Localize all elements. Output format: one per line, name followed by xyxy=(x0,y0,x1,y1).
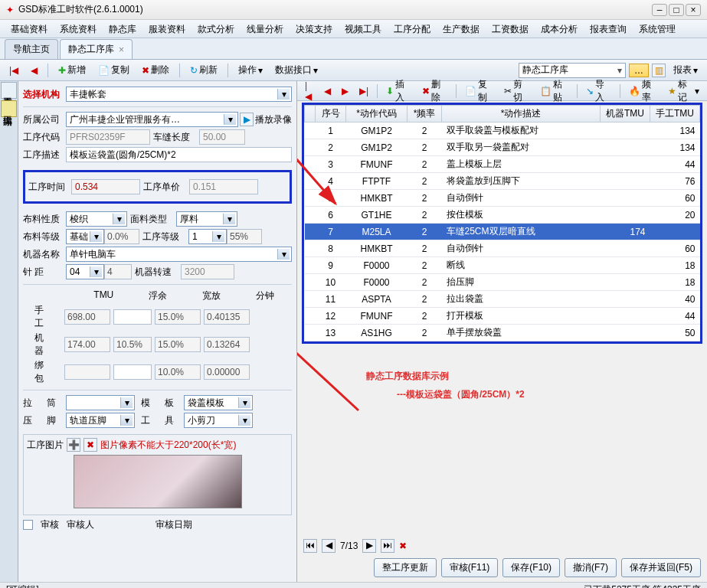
nav-next2[interactable]: ▶ xyxy=(337,84,353,98)
copy-button[interactable]: 📄复制 xyxy=(93,62,134,78)
pager-first[interactable]: ⏮ xyxy=(303,539,317,553)
close-icon[interactable]: × xyxy=(119,44,124,55)
menu-video[interactable]: 视频工具 xyxy=(339,20,388,38)
moban-label: 模 板 xyxy=(141,397,184,410)
desc-input[interactable] xyxy=(66,147,292,162)
grade-combo[interactable]: 基础▾ xyxy=(66,229,104,244)
delete-row-button[interactable]: ✖删除 xyxy=(417,77,452,106)
update-all-button[interactable]: 整工序更新 xyxy=(374,558,437,577)
nav-prev2[interactable]: ◀ xyxy=(319,84,335,98)
data-interface-dropdown[interactable]: 数据接口 ▾ xyxy=(270,62,322,78)
select-org-combo[interactable]: 丰捷帐套▾ xyxy=(66,87,292,102)
cut-button[interactable]: ✂剪切 xyxy=(499,77,534,106)
status-right: 已下载5275工序 第4335工序 xyxy=(584,583,701,588)
surface-label: 面料类型 xyxy=(130,213,176,226)
foot-combo[interactable]: 轨道压脚▾ xyxy=(66,413,135,428)
menu-sysmgmt[interactable]: 系统管理 xyxy=(633,20,682,38)
audit-checkbox[interactable] xyxy=(23,520,33,530)
company-label: 所属公司 xyxy=(23,113,66,126)
needle-combo[interactable]: 04▾ xyxy=(66,264,104,279)
minimize-button[interactable]: – xyxy=(652,4,667,16)
tab-static-lib[interactable]: 静态工序库× xyxy=(60,39,133,59)
moban-combo[interactable]: 袋盖模板▾ xyxy=(184,395,253,410)
lib-type-combo[interactable]: 静态工序库▾ xyxy=(519,63,626,78)
menu-clothing[interactable]: 服装资料 xyxy=(142,20,191,38)
menu-process[interactable]: 工序分配 xyxy=(388,20,437,38)
table-row[interactable]: 6GT1HE2按住模板20 xyxy=(305,207,700,224)
bind-float[interactable] xyxy=(113,364,152,380)
seam-label: 车缝长度 xyxy=(153,131,199,144)
copy-row-button[interactable]: 📄复制 xyxy=(460,77,498,106)
table-row[interactable]: 1GM1P22双手取袋盖与模板配对134 xyxy=(305,122,700,139)
menu-salary[interactable]: 工资数据 xyxy=(486,20,535,38)
add-pic-icon[interactable]: ➕ xyxy=(67,438,80,452)
pager: ⏮ ◀ 7/13 ▶ ⏭ ✖ xyxy=(303,539,407,553)
nav-first-button[interactable]: |◀ xyxy=(5,64,23,77)
table-row[interactable]: 13AS1HG2单手摆放袋盖50 xyxy=(305,325,700,341)
save-return-button[interactable]: 保存并返回(F5) xyxy=(621,558,701,577)
chart-icon[interactable]: ▥ xyxy=(652,64,666,77)
maximize-button[interactable]: □ xyxy=(669,4,684,16)
table-row[interactable]: 11ASPTA2拉出袋盖40 xyxy=(305,291,700,308)
speed-input[interactable] xyxy=(181,264,234,279)
menu-prod[interactable]: 生产数据 xyxy=(437,20,486,38)
table-row[interactable]: 12FMUNF2打开模板44 xyxy=(305,308,700,325)
table-row[interactable]: 2GM1P22双手取另一袋盖配对134 xyxy=(305,139,700,156)
menu-style[interactable]: 款式分析 xyxy=(191,20,241,38)
fabric-combo[interactable]: 梭织▾ xyxy=(66,211,127,227)
hand-float[interactable] xyxy=(113,309,152,325)
search-ellipsis-button[interactable]: … xyxy=(629,64,649,77)
company-combo[interactable]: 广州丰捷企业管理服务有…▾ xyxy=(66,112,238,127)
menu-static[interactable]: 静态库 xyxy=(103,20,142,38)
freq-button[interactable]: 🔥频率 xyxy=(624,77,662,106)
operate-dropdown[interactable]: 操作 ▾ xyxy=(234,62,267,78)
nav-last2[interactable]: ▶| xyxy=(355,84,373,98)
menu-system[interactable]: 系统资料 xyxy=(54,20,103,38)
save-button[interactable]: 保存(F10) xyxy=(502,558,560,577)
sidetab-edit[interactable]: 工序编辑 xyxy=(1,100,17,117)
insert-button[interactable]: ⬇插入 xyxy=(381,77,416,106)
nav-prev-button[interactable]: ◀ xyxy=(26,64,42,77)
table-row[interactable]: 9F00002断线18 xyxy=(305,257,700,274)
action-grid-box: 序号 *动作代码 *频率 *动作描述 机器TMU 手工TMU 1GM1P22双手… xyxy=(302,103,702,344)
table-row[interactable]: 10F00002抬压脚18 xyxy=(305,274,700,291)
menu-decision[interactable]: 决策支持 xyxy=(290,20,339,38)
mc-tmu xyxy=(64,337,110,352)
seam-input[interactable] xyxy=(199,129,245,145)
cancel-button[interactable]: 撤消(F7) xyxy=(565,558,617,577)
pager-next[interactable]: ▶ xyxy=(362,539,376,553)
opgrade-combo[interactable]: 1▾ xyxy=(188,229,227,244)
tool-combo[interactable]: 小剪刀▾ xyxy=(184,413,253,428)
close-button[interactable]: × xyxy=(686,4,701,16)
surface-combo[interactable]: 厚料▾ xyxy=(176,211,237,227)
import-button[interactable]: ↘导入 xyxy=(581,77,616,106)
table-row[interactable]: 3FMUNF2盖上模板上层44 xyxy=(305,156,700,173)
action-grid[interactable]: 序号 *动作代码 *频率 *动作描述 机器TMU 手工TMU 1GM1P22双手… xyxy=(304,105,700,341)
pager-prev[interactable]: ◀ xyxy=(322,539,335,553)
table-row[interactable]: 5HMKBT2自动倒针60 xyxy=(305,190,700,207)
table-row[interactable]: 4FTPTF2将袋盖放到压脚下76 xyxy=(305,173,700,190)
play-icon[interactable]: ▶ xyxy=(240,113,254,126)
del-pic-icon[interactable]: ✖ xyxy=(83,438,97,452)
code-input[interactable] xyxy=(66,129,150,145)
table-row[interactable]: 8HMKBT2自动倒针60 xyxy=(305,240,700,257)
audit-button[interactable]: 审核(F11) xyxy=(441,558,499,577)
pager-last[interactable]: ⏭ xyxy=(381,539,394,553)
sidetab-view[interactable]: 查看工序 xyxy=(1,82,17,99)
price-input[interactable] xyxy=(189,179,258,194)
menu-report[interactable]: 报表查询 xyxy=(584,20,633,38)
menu-line[interactable]: 线量分析 xyxy=(241,20,290,38)
paste-button[interactable]: 📋粘贴 xyxy=(535,77,573,106)
menu-basic[interactable]: 基础资料 xyxy=(5,20,54,38)
machine-combo[interactable]: 单针电脑车▾ xyxy=(66,247,292,262)
latong-combo[interactable]: ▾ xyxy=(66,395,135,410)
menu-cost[interactable]: 成本分析 xyxy=(535,20,584,38)
refresh-button[interactable]: ↻刷新 xyxy=(185,62,222,78)
tab-nav-home[interactable]: 导航主页 xyxy=(5,39,58,59)
mark-dropdown[interactable]: ★标记 ▾ xyxy=(663,77,704,106)
new-button[interactable]: ✚新增 xyxy=(54,62,90,78)
delete-button[interactable]: ✖删除 xyxy=(137,62,174,78)
nav-first2[interactable]: |◀ xyxy=(300,79,318,103)
table-row[interactable]: 7M25LA2车缝25CM双层暗直线174 xyxy=(305,224,700,240)
time-input[interactable] xyxy=(71,179,140,194)
